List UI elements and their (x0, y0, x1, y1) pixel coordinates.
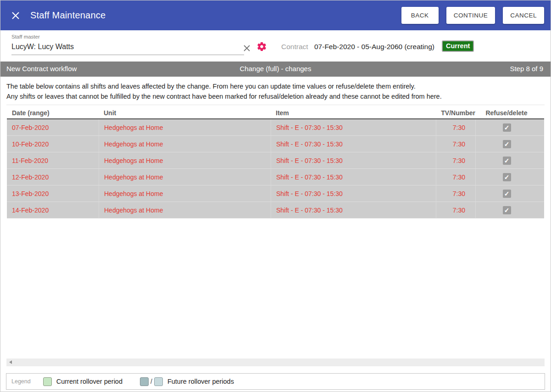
legend-label: Legend (11, 378, 31, 385)
checkmark-icon: ✓ (504, 173, 510, 181)
future-rollover-label: Future rollover periods (167, 378, 234, 385)
future-rollover-light-swatch (154, 377, 163, 386)
current-rollover-label: Current rollover period (56, 378, 122, 385)
checkmark-icon: ✓ (504, 190, 510, 198)
shifts-table: Date (range) Unit Item TV/Number Refuse/… (7, 107, 544, 218)
staff-contract-section: Staff master LucyW: Lucy Watts Contract … (0, 30, 551, 62)
cell-refuse-delete: ✓ (475, 152, 544, 168)
cell-date: 07-Feb-2020 (7, 124, 99, 131)
refuse-delete-checkbox[interactable]: ✓ (503, 173, 511, 181)
gear-icon[interactable] (256, 41, 267, 52)
table-body: 07-Feb-2020 Hedgehogs at Home Shift - E … (7, 119, 544, 218)
description-line-1: The table below contains all shifts and … (6, 82, 545, 92)
staff-maintenance-window: Staff Maintenance BACK CONTINUE CANCEL S… (0, 0, 551, 392)
checkmark-icon: ✓ (504, 157, 510, 165)
cell-tv-number: 7:30 (436, 169, 475, 185)
cell-tv-number: 7:30 (436, 202, 475, 218)
current-contract-badge: Current (442, 40, 474, 52)
cell-tv-number: 7:30 (436, 152, 475, 168)
table-row: 13-Feb-2020 Hedgehogs at Home Shift - E … (7, 185, 544, 202)
workflow-bar: New Contract workflow Change (full) - ch… (0, 62, 551, 77)
page-title: Staff Maintenance (30, 10, 394, 21)
legend-separator: / (150, 378, 152, 385)
cell-refuse-delete: ✓ (475, 136, 544, 152)
description-text: The table below contains all shifts and … (6, 82, 545, 101)
cell-tv-number: 7:30 (436, 185, 475, 202)
back-button[interactable]: BACK (401, 7, 439, 24)
staff-master-input-underline (11, 55, 244, 55)
cell-date: 11-Feb-2020 (7, 157, 99, 164)
col-header-unit: Unit (99, 109, 271, 117)
cell-item: Shift - E - 07:30 - 15:30 (271, 169, 436, 185)
refuse-delete-checkbox[interactable]: ✓ (503, 157, 511, 165)
refuse-delete-checkbox[interactable]: ✓ (503, 206, 511, 214)
cell-unit: Hedgehogs at Home (99, 136, 271, 152)
table-row: 11-Feb-2020 Hedgehogs at Home Shift - E … (7, 152, 544, 169)
col-header-tv-number: TV/Number (436, 109, 475, 117)
cancel-button[interactable]: CANCEL (503, 7, 544, 24)
checkmark-icon: ✓ (504, 140, 510, 148)
cell-unit: Hedgehogs at Home (99, 119, 271, 135)
clear-icon[interactable] (243, 44, 251, 52)
workflow-step: Step 8 of 9 (510, 65, 543, 73)
checkmark-icon: ✓ (504, 123, 510, 132)
app-bar: Staff Maintenance BACK CONTINUE CANCEL (0, 0, 551, 30)
cell-item: Shift - E - 07:30 - 15:30 (271, 202, 436, 218)
legend-bar: Legend Current rollover period / Future … (6, 373, 545, 390)
cell-tv-number: 7:30 (436, 119, 475, 135)
scroll-left-arrow-icon[interactable] (9, 360, 12, 364)
workflow-subtitle: Change (full) - changes (0, 65, 551, 73)
cell-unit: Hedgehogs at Home (99, 185, 271, 202)
refuse-delete-checkbox[interactable]: ✓ (503, 123, 511, 132)
cell-refuse-delete: ✓ (475, 202, 544, 218)
horizontal-scrollbar[interactable] (6, 358, 545, 366)
cell-refuse-delete: ✓ (475, 185, 544, 202)
description-line-2: Any shifts or leaves that cannot be fulf… (6, 92, 545, 102)
table-row: 14-Feb-2020 Hedgehogs at Home Shift - E … (7, 202, 544, 218)
cell-item: Shift - E - 07:30 - 15:30 (271, 136, 436, 152)
divider (6, 105, 545, 105)
future-rollover-dark-swatch (140, 377, 149, 386)
close-icon[interactable] (11, 11, 21, 21)
cell-item: Shift - E - 07:30 - 15:30 (271, 119, 436, 135)
cell-refuse-delete: ✓ (475, 119, 544, 135)
cell-unit: Hedgehogs at Home (99, 202, 271, 218)
cell-date: 10-Feb-2020 (7, 140, 99, 148)
staff-master-input[interactable]: LucyW: Lucy Watts (11, 43, 74, 51)
checkmark-icon: ✓ (504, 206, 510, 214)
col-header-date: Date (range) (7, 109, 99, 117)
contract-label: Contract (281, 43, 308, 51)
cell-date: 12-Feb-2020 (7, 174, 99, 181)
cell-item: Shift - E - 07:30 - 15:30 (271, 152, 436, 168)
table-row: 10-Feb-2020 Hedgehogs at Home Shift - E … (7, 136, 544, 152)
cell-date: 13-Feb-2020 (7, 190, 99, 197)
refuse-delete-checkbox[interactable]: ✓ (503, 190, 511, 198)
cell-unit: Hedgehogs at Home (99, 152, 271, 168)
contract-value: 07-Feb-2020 - 05-Aug-2060 (creating) (314, 43, 434, 51)
continue-button[interactable]: CONTINUE (446, 7, 495, 24)
current-rollover-swatch (43, 377, 52, 386)
table-row: 07-Feb-2020 Hedgehogs at Home Shift - E … (7, 119, 544, 136)
table-row: 12-Feb-2020 Hedgehogs at Home Shift - E … (7, 169, 544, 185)
cell-refuse-delete: ✓ (475, 169, 544, 185)
staff-master-label: Staff master (11, 34, 40, 39)
table-header: Date (range) Unit Item TV/Number Refuse/… (7, 107, 544, 119)
col-header-item: Item (271, 109, 436, 117)
refuse-delete-checkbox[interactable]: ✓ (503, 140, 511, 148)
col-header-refuse-delete: Refuse/delete (475, 109, 544, 117)
cell-unit: Hedgehogs at Home (99, 169, 271, 185)
cell-date: 14-Feb-2020 (7, 207, 99, 214)
cell-item: Shift - E - 07:30 - 15:30 (271, 185, 436, 202)
cell-tv-number: 7:30 (436, 136, 475, 152)
